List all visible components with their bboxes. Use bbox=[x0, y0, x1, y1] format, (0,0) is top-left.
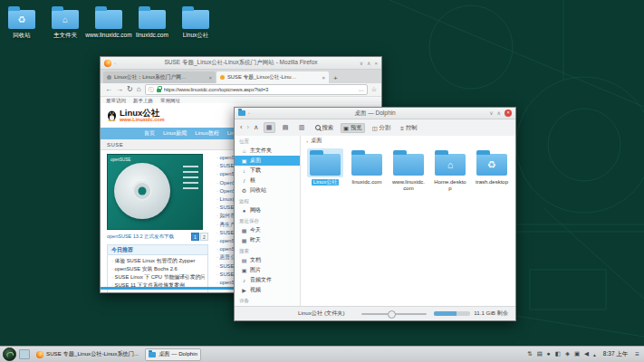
volume-icon[interactable]: ◀ bbox=[584, 351, 589, 357]
file-item[interactable]: Linux公社 bbox=[306, 148, 344, 192]
file-item[interactable]: linuxidc.com bbox=[348, 148, 386, 192]
breadcrumb-folder[interactable]: 桌面 bbox=[311, 137, 322, 145]
tab-close-icon[interactable]: × bbox=[322, 75, 325, 81]
place-label: 回收站 bbox=[250, 186, 266, 195]
desktop-folder-icon[interactable]: www.linuxidc.com bbox=[89, 5, 129, 40]
places-item[interactable]: ▤ 文档 bbox=[235, 255, 300, 265]
places-item[interactable]: ↓ 下载 bbox=[235, 166, 300, 176]
digital-clock[interactable]: 8:37 上午 bbox=[603, 350, 628, 358]
dvd-menu-lines bbox=[183, 166, 198, 189]
desktop-icon-label: 回收站 bbox=[13, 32, 31, 40]
pager-button[interactable]: 2 bbox=[200, 233, 208, 241]
file-item[interactable]: www.linuxidc.com bbox=[389, 148, 428, 192]
virtual-desktop-pager[interactable] bbox=[19, 349, 30, 359]
close-button[interactable]: × bbox=[505, 110, 512, 117]
tab-suse-topic[interactable]: SUSE 专题_Linux公社-Linu… × bbox=[216, 71, 329, 83]
places-item[interactable]: ▣ 桌面 bbox=[235, 156, 300, 166]
compact-view-button[interactable]: ▤ bbox=[280, 122, 292, 133]
forward-icon[interactable]: → bbox=[116, 86, 123, 93]
tray-expander-icon[interactable]: ▴ bbox=[593, 352, 596, 357]
notifications-icon[interactable]: ● bbox=[547, 351, 551, 357]
search-button[interactable]: 搜索 bbox=[312, 123, 337, 133]
preview-button[interactable]: ▣ 预览 bbox=[341, 123, 365, 133]
desktop-icon-label: linuxidc.com bbox=[136, 32, 168, 38]
desktop-folder-icon[interactable]: linuxidc.com bbox=[132, 5, 172, 40]
places-section-title: 最近保存 bbox=[235, 215, 300, 225]
display-icon[interactable]: ▣ bbox=[574, 351, 580, 357]
site-nav-link[interactable]: 首页 bbox=[144, 129, 155, 138]
reload-icon[interactable]: ↻ bbox=[127, 86, 133, 93]
maximize-button[interactable]: ∧ bbox=[367, 61, 370, 66]
places-item[interactable]: ▦ 今天 bbox=[235, 225, 300, 235]
taskbar-task-firefox[interactable]: SUSE 专题_Linux公社-Linux系统门... bbox=[33, 348, 142, 361]
image-pager: 1 2 bbox=[191, 233, 208, 241]
url-bar[interactable]: ⓘ https://www.linuxidc.com/topicnews.asp… bbox=[145, 84, 368, 95]
folder-icon bbox=[310, 154, 341, 176]
tab-label: SUSE 专题_Linux公社-Linu… bbox=[227, 73, 319, 81]
back-icon[interactable]: ← bbox=[105, 86, 112, 93]
file-item[interactable]: ⌂ Home.desktop bbox=[431, 148, 469, 192]
desktop-folder-icon[interactable]: ♻ 回收站 bbox=[2, 5, 42, 40]
tab-close-icon[interactable]: × bbox=[208, 75, 212, 81]
https-lock-icon[interactable] bbox=[157, 89, 161, 92]
places-item[interactable]: ▶ 视频 bbox=[235, 285, 300, 295]
bookmark-star-icon[interactable]: ☆ bbox=[371, 86, 377, 93]
places-item[interactable]: ▣ 图片 bbox=[235, 265, 300, 275]
site-nav-link[interactable]: Linux教程 bbox=[195, 129, 218, 138]
tab-linuxidc-home[interactable]: Linux公社：Linux系统门户网… × bbox=[103, 71, 216, 83]
clipboard-icon[interactable]: ▤ bbox=[537, 351, 543, 357]
recommend-link[interactable]: 体验 SUSE Linux 包管理的 Zypper bbox=[111, 257, 205, 265]
places-panel: 位置 ⌂ 主文件夹 ▣ 桌面 ↓ 下载 / 根 bbox=[235, 136, 301, 307]
site-info-icon[interactable]: ⓘ bbox=[149, 86, 154, 94]
device-notifier-icon[interactable]: ◈ bbox=[565, 351, 570, 357]
site-nav-link[interactable]: Linux新闻 bbox=[163, 129, 187, 138]
back-icon[interactable]: ‹ bbox=[240, 124, 243, 131]
zoom-slider[interactable] bbox=[361, 313, 427, 315]
maximize-button[interactable]: ∧ bbox=[497, 110, 501, 116]
network-icon[interactable]: ⇅ bbox=[527, 351, 532, 357]
minimize-button[interactable]: ∨ bbox=[489, 110, 493, 116]
bluetooth-icon[interactable]: ◧ bbox=[555, 351, 561, 357]
pager-button[interactable]: 1 bbox=[191, 233, 199, 241]
desktop-folder-icon[interactable]: Linux公社 bbox=[176, 5, 216, 40]
panel-toolbox-icon[interactable]: ≡ bbox=[635, 351, 639, 358]
desktop-folder-icon[interactable]: ⌂ 主文件夹 bbox=[45, 5, 85, 40]
up-icon[interactable]: ∧ bbox=[254, 124, 259, 131]
minimize-button[interactable]: ∨ bbox=[360, 61, 363, 66]
folder-icon: ♻ bbox=[476, 154, 507, 176]
opensuse-dvd-image[interactable]: openSUSE bbox=[107, 154, 203, 230]
image-caption-link[interactable]: openSUSE 13.2 正式发布下载 bbox=[107, 233, 174, 240]
places-item[interactable]: ♪ 音频文件 bbox=[235, 275, 300, 285]
close-button[interactable]: × bbox=[374, 61, 378, 66]
dolphin-titlebar[interactable]: ◦ 桌面 — Dolphin ∨ ∧ × bbox=[235, 108, 515, 119]
places-item[interactable]: / 根 bbox=[235, 176, 300, 186]
file-item[interactable]: ♻ trash.desktop bbox=[473, 148, 511, 192]
places-item[interactable]: ⌂ 主文件夹 bbox=[235, 146, 300, 156]
page-actions-icon[interactable]: ⋯ bbox=[359, 87, 364, 93]
split-button[interactable]: ◫ 分割 bbox=[370, 123, 394, 133]
places-item[interactable]: ▦ 昨天 bbox=[235, 235, 300, 245]
icons-view-button[interactable]: ▦ bbox=[264, 122, 275, 133]
folder-icon: ⌂ bbox=[52, 10, 79, 29]
titlebar-pin-icon[interactable]: ◦ bbox=[114, 61, 116, 66]
control-button[interactable]: ≡ 控制 bbox=[398, 123, 419, 133]
forward-icon[interactable]: › bbox=[247, 124, 250, 131]
place-icon: ▦ bbox=[241, 237, 247, 243]
place-icon: ⌂ bbox=[241, 148, 247, 154]
taskbar-task-dolphin[interactable]: 桌面 — Dolphin bbox=[145, 348, 201, 361]
breadcrumb[interactable]: › 桌面 bbox=[301, 136, 515, 146]
places-item[interactable]: ♻ 回收站 bbox=[235, 186, 300, 195]
new-tab-button[interactable]: + bbox=[333, 74, 338, 82]
url-text[interactable]: https://www.linuxidc.com/topicnews.aspx?… bbox=[164, 87, 356, 92]
application-launcher-icon[interactable] bbox=[3, 348, 16, 361]
firefox-titlebar[interactable]: ◦ SUSE 专题_Linux公社-Linux系统门户网站 - Mozilla … bbox=[101, 57, 381, 70]
home-icon[interactable]: ⌂ bbox=[137, 86, 141, 93]
zoom-slider-handle[interactable] bbox=[388, 310, 396, 319]
titlebar-pin-icon[interactable]: ◦ bbox=[248, 110, 250, 116]
recommend-link[interactable]: openSUSE 安装 Bochs 2.6 bbox=[111, 265, 205, 273]
recommend-link[interactable]: SUSE Linux 下 CPU 节能编译引发的问题 bbox=[111, 273, 205, 281]
free-space-bar bbox=[434, 311, 470, 316]
details-view-button[interactable]: ▥ bbox=[296, 122, 308, 133]
places-item[interactable]: ● 网络 bbox=[235, 205, 300, 215]
desktop-icons: ♻ 回收站 ⌂ 主文件夹 www.linuxidc.com bbox=[2, 5, 216, 40]
